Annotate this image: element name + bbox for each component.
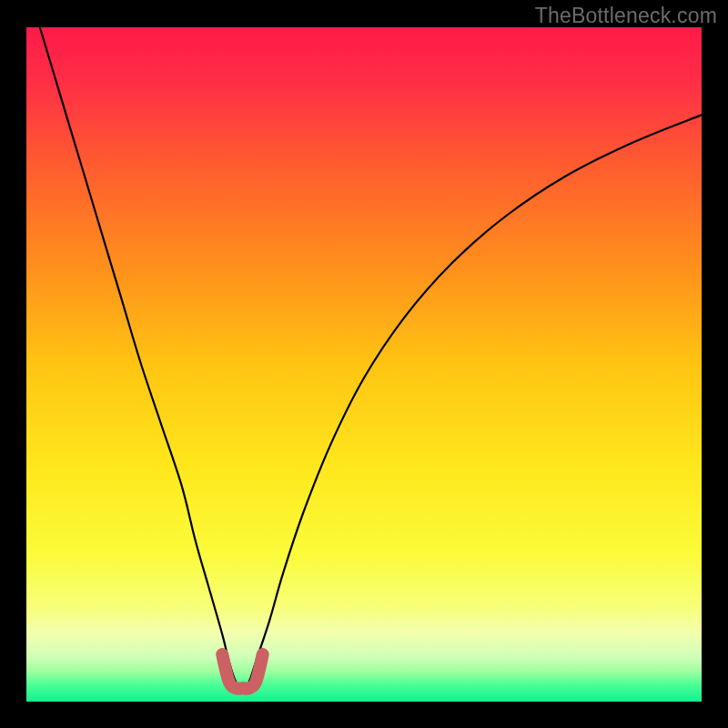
- outer-black-frame: TheBottleneck.com: [0, 0, 728, 728]
- plot-area: [26, 27, 702, 702]
- watermark-text: TheBottleneck.com: [535, 4, 717, 28]
- highlight-zone: [222, 654, 263, 689]
- bottleneck-curve: [40, 27, 702, 688]
- curve-layer: [26, 27, 702, 702]
